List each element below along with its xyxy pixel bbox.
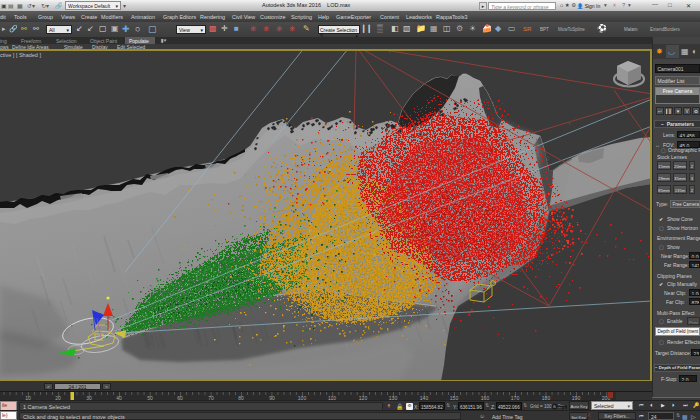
- svg-text:ctive ] [ Shaded ]: ctive ] [ Shaded ]: [0, 52, 41, 58]
